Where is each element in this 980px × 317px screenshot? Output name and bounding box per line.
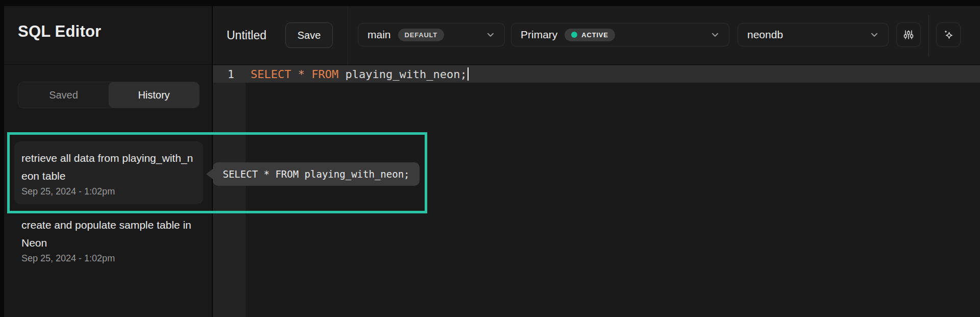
code-text: SELECT*FROMplaying_with_neon;: [246, 67, 469, 81]
sidebar-header: SQL Editor: [4, 6, 212, 65]
branch-select[interactable]: main DEFAULT: [358, 23, 505, 46]
compute-select-value: Primary: [521, 29, 557, 41]
tooltip-query-text: SELECT * FROM playing_with_neon;: [223, 168, 409, 180]
sql-code-editor[interactable]: 1 SELECT*FROMplaying_with_neon;: [213, 65, 980, 317]
page-background-left: [0, 6, 4, 317]
history-item-title: retrieve all data from playing_with_neon…: [21, 149, 196, 185]
history-query-tooltip: SELECT * FROM playing_with_neon;: [213, 162, 420, 186]
tab-history-label: History: [138, 89, 169, 101]
editor-pane: Untitled Save main DEFAULT Primary ACTIV…: [213, 6, 980, 317]
branch-select-value: main: [368, 29, 391, 41]
chevron-down-icon: [710, 30, 720, 39]
sql-editor-app: SQL Editor Saved History retrieve all da…: [0, 0, 980, 317]
page-background-top: [0, 0, 980, 6]
history-item-title: create and populate sample table in Neon: [21, 216, 196, 252]
sparkle-icon: [942, 28, 955, 41]
code-line-1: 1 SELECT*FROMplaying_with_neon;: [213, 65, 980, 83]
compute-select[interactable]: Primary ACTIVE: [511, 23, 729, 46]
tooltip-arrow: [206, 168, 213, 180]
topbar-divider: [928, 15, 929, 56]
tab-history[interactable]: History: [109, 82, 199, 108]
query-tab-untitled[interactable]: Untitled: [227, 6, 266, 65]
page-title: SQL Editor: [18, 22, 101, 41]
line-number: 1: [213, 68, 246, 81]
text-cursor: [468, 67, 469, 81]
history-item[interactable]: create and populate sample table in Neon…: [21, 216, 203, 264]
sidebar: SQL Editor Saved History retrieve all da…: [4, 6, 212, 317]
ai-assist-button[interactable]: [936, 22, 961, 47]
chevron-down-icon: [870, 30, 879, 39]
query-tab-label: Untitled: [227, 29, 266, 42]
status-dot: [571, 32, 577, 38]
save-button[interactable]: Save: [285, 22, 333, 48]
history-item-timestamp: Sep 25, 2024 - 1:02pm: [21, 186, 196, 197]
chevron-down-icon: [486, 30, 495, 39]
line-number-gutter: [213, 65, 246, 317]
editor-topbar: Untitled Save main DEFAULT Primary ACTIV…: [213, 6, 980, 65]
active-badge: ACTIVE: [565, 29, 615, 41]
tab-saved[interactable]: Saved: [18, 82, 109, 108]
sql-keyword: SELECT: [251, 68, 291, 81]
sql-operator: *: [298, 68, 305, 81]
sql-identifier: playing_with_neon;: [345, 68, 467, 81]
saved-history-tab-group: Saved History: [18, 82, 200, 108]
editor-settings-button[interactable]: [896, 22, 921, 47]
history-item-timestamp: Sep 25, 2024 - 1:02pm: [21, 253, 203, 264]
database-select-value: neondb: [747, 29, 783, 41]
sliders-icon: [902, 29, 915, 41]
database-select[interactable]: neondb: [738, 23, 889, 46]
tab-saved-label: Saved: [49, 89, 78, 101]
default-badge: DEFAULT: [398, 29, 445, 41]
topbar-divider: [348, 6, 348, 65]
history-item-selected[interactable]: retrieve all data from playing_with_neon…: [14, 141, 203, 204]
active-badge-label: ACTIVE: [581, 31, 608, 39]
sql-keyword: FROM: [311, 68, 338, 81]
